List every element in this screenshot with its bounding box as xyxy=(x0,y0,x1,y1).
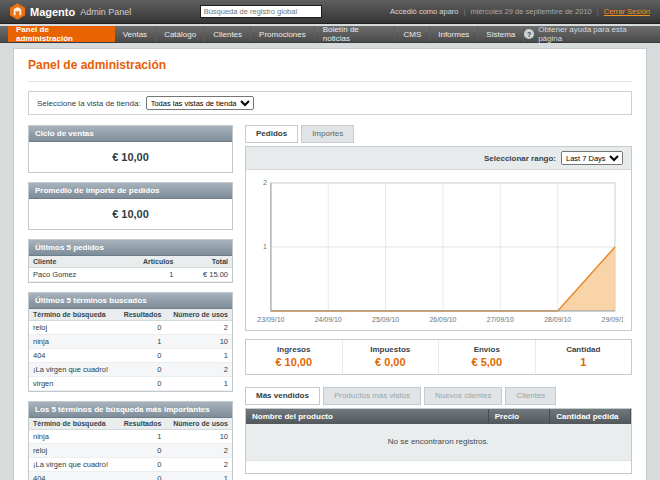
global-search xyxy=(139,5,382,18)
column-header: Artículos xyxy=(114,256,177,268)
table-cell: reloj xyxy=(29,444,117,458)
last-search-terms-title: Últimos 5 términos buscados xyxy=(29,293,232,309)
separator: | xyxy=(463,7,465,16)
nav-item-promociones[interactable]: Promociones xyxy=(251,26,315,42)
global-search-input[interactable] xyxy=(200,5,322,18)
table-header-row: Término de búsquedaResultadosNúmero de u… xyxy=(29,418,232,430)
logo-text: Magento xyxy=(30,6,75,18)
tab-nuevos-clientes[interactable]: Nuevos clientes xyxy=(424,387,502,405)
stat-label: Cantidad xyxy=(538,345,630,354)
stat-value: € 10,00 xyxy=(248,356,340,368)
table-cell: € 15.00 xyxy=(177,268,232,282)
tab-pedidos[interactable]: Pedidos xyxy=(245,125,298,143)
range-bar: Seleccionar rango: Last 7 Days xyxy=(246,147,631,170)
table-cell: ¡La virgen que cuadro! xyxy=(29,458,117,472)
nav-item-clientes[interactable]: Clientes xyxy=(205,26,251,42)
average-orders-panel: Promedio de importe de pedidos € 10,00 xyxy=(28,182,233,230)
nav-item-dashboard[interactable]: Panel de administración xyxy=(8,26,115,42)
table-cell: 2 xyxy=(165,321,232,335)
column-header: Resultados xyxy=(117,309,165,321)
column-header: Total xyxy=(177,256,232,268)
table-row: ¡La virgen que cuadro!02 xyxy=(29,363,232,377)
top-search-terms-table: Término de búsquedaResultadosNúmero de u… xyxy=(29,418,232,480)
average-orders-title: Promedio de importe de pedidos xyxy=(29,183,232,199)
table-cell: 0 xyxy=(117,377,165,391)
help-icon: ? xyxy=(524,29,534,39)
table-cell: 1 xyxy=(114,268,177,282)
table-cell: 0 xyxy=(117,458,165,472)
column-header: Número de usos xyxy=(165,309,232,321)
x-tick-label: 27/09/10 xyxy=(487,316,514,323)
average-orders-value: € 10,00 xyxy=(29,199,232,229)
tab-importes[interactable]: Importes xyxy=(301,125,354,143)
column-header: Término de búsqueda xyxy=(29,309,117,321)
main-nav: Panel de administración Ventas Catálogo … xyxy=(0,26,660,43)
dashboard-left-column: Ciclo de ventas € 10,00 Promedio de impo… xyxy=(28,125,233,480)
content-wrap: Panel de administración Seleccione la vi… xyxy=(0,43,660,480)
stat-ingresos: Ingresos € 10,00 xyxy=(246,340,342,374)
table-cell: 0 xyxy=(117,363,165,377)
table-row: reloj02 xyxy=(29,321,232,335)
dashboard: Ciclo de ventas € 10,00 Promedio de impo… xyxy=(28,125,632,480)
nav-item-sistema[interactable]: Sistema xyxy=(478,26,524,42)
table-row: ninja110 xyxy=(29,430,232,444)
column-header: Número de usos xyxy=(165,418,232,430)
y-tick-label: 1 xyxy=(263,243,267,250)
table-cell: Paco Gomez xyxy=(29,268,114,282)
store-view-label: Seleccione la vista de tienda: xyxy=(37,99,141,108)
magento-logo[interactable]: Magento Admin Panel xyxy=(10,3,131,20)
store-view-select[interactable]: Todas las vistas de tienda xyxy=(146,96,254,110)
nav-item-informes[interactable]: Informes xyxy=(430,26,478,42)
table-row: 40401 xyxy=(29,472,232,480)
nav-list: Panel de administración Ventas Catálogo … xyxy=(8,26,524,42)
chart-box: Seleccionar rango: Last 7 Days 23/09/102… xyxy=(245,146,632,331)
table-row: ninja110 xyxy=(29,335,232,349)
chart-area: 23/09/1024/09/1025/09/1026/09/1027/09/10… xyxy=(246,170,631,330)
products-table: Nombre del productoPrecioCantidad pedida… xyxy=(246,409,631,474)
stat-label: Impuestos xyxy=(345,345,437,354)
table-cell: 1 xyxy=(117,430,165,444)
table-row: ¡La virgen que cuadro!02 xyxy=(29,458,232,472)
column-header: Resultados xyxy=(117,418,165,430)
dashboard-right-column: Pedidos Importes Seleccionar rango: Last… xyxy=(245,125,632,474)
x-tick-label: 23/09/10 xyxy=(257,316,284,323)
table-cell: 2 xyxy=(165,458,232,472)
nav-item-boletin[interactable]: Boletín de noticias xyxy=(315,26,396,42)
table-cell: 2 xyxy=(165,444,232,458)
table-cell: 10 xyxy=(165,335,232,349)
nav-item-cms[interactable]: CMS xyxy=(395,26,430,42)
logged-in-as: Accedió como aparo xyxy=(390,7,458,16)
logo-subtitle: Admin Panel xyxy=(80,7,131,17)
table-header-row: ClienteArtículosTotal xyxy=(29,256,232,268)
range-label: Seleccionar rango: xyxy=(484,154,556,163)
magento-logo-icon xyxy=(10,3,25,20)
nav-item-ventas[interactable]: Ventas xyxy=(115,26,156,42)
products-tabs: Más vendidos Productos más vistos Nuevos… xyxy=(245,387,632,405)
table-cell: 0 xyxy=(117,472,165,480)
table-row: reloj02 xyxy=(29,444,232,458)
stat-label: Ingresos xyxy=(248,345,340,354)
table-header-row: Término de búsquedaResultadosNúmero de u… xyxy=(29,309,232,321)
x-tick-label: 28/09/10 xyxy=(544,316,571,323)
tab-mas-vendidos[interactable]: Más vendidos xyxy=(245,387,320,405)
content-panel: Panel de administración Seleccione la vi… xyxy=(13,48,647,480)
y-tick-label: 2 xyxy=(263,179,267,186)
last-search-terms-table: Término de búsquedaResultadosNúmero de u… xyxy=(29,309,232,391)
last-search-terms-panel: Últimos 5 términos buscados Término de b… xyxy=(28,292,233,392)
page-help-link[interactable]: ? Obtener ayuda para esta página xyxy=(524,26,652,42)
nav-item-catalogo[interactable]: Catálogo xyxy=(156,26,205,42)
column-header: Cantidad pedida xyxy=(550,409,631,424)
x-tick-label: 29/09/10 xyxy=(602,316,623,323)
empty-message: No se encontraron registros. xyxy=(246,424,631,461)
table-cell: reloj xyxy=(29,321,117,335)
stat-value: € 5,00 xyxy=(441,356,533,368)
orders-chart: 23/09/1024/09/1025/09/1026/09/1027/09/10… xyxy=(254,176,623,327)
range-select[interactable]: Last 7 Days xyxy=(561,151,623,165)
stats-row: Ingresos € 10,00 Impuestos € 0,00 Envíos… xyxy=(245,339,632,375)
x-tick-label: 24/09/10 xyxy=(315,316,342,323)
logout-link[interactable]: Cerrar Sesión xyxy=(604,7,650,16)
tab-productos-mas-vistos[interactable]: Productos más vistos xyxy=(323,387,421,405)
filler-row xyxy=(246,460,631,473)
x-tick-label: 26/09/10 xyxy=(429,316,456,323)
tab-clientes[interactable]: Clientes xyxy=(505,387,556,405)
